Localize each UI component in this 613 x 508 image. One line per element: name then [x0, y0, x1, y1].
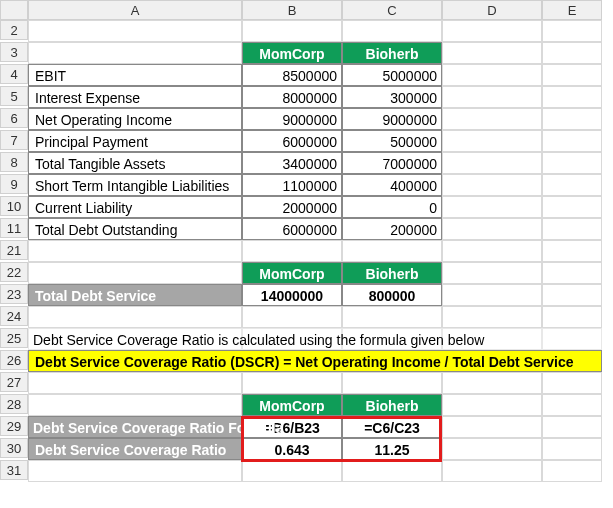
cell[interactable]: [442, 130, 542, 152]
data-cell[interactable]: 8000000: [242, 86, 342, 108]
cell[interactable]: [542, 108, 602, 130]
row-header[interactable]: 25: [0, 328, 28, 348]
cell[interactable]: [342, 460, 442, 482]
col-header-a[interactable]: A: [28, 0, 242, 20]
table2-header-momcorp[interactable]: MomCorp: [242, 262, 342, 284]
row-header[interactable]: 9: [0, 174, 28, 194]
cell[interactable]: [542, 328, 602, 350]
cell[interactable]: [442, 86, 542, 108]
row-header[interactable]: 5: [0, 86, 28, 106]
row-header[interactable]: 8: [0, 152, 28, 172]
cell[interactable]: [442, 438, 542, 460]
data-cell[interactable]: 3400000: [242, 152, 342, 174]
cell[interactable]: [442, 460, 542, 482]
cell[interactable]: [442, 218, 542, 240]
cell[interactable]: [542, 64, 602, 86]
table3-header-bioherb[interactable]: Bioherb: [342, 394, 442, 416]
data-cell[interactable]: 9000000: [342, 108, 442, 130]
cell[interactable]: [542, 196, 602, 218]
cell[interactable]: [542, 20, 602, 42]
cell[interactable]: [442, 394, 542, 416]
cell[interactable]: [242, 372, 342, 394]
cell[interactable]: [442, 174, 542, 196]
col-header-c[interactable]: C: [342, 0, 442, 20]
cell[interactable]: [442, 64, 542, 86]
data-cell[interactable]: 1100000: [242, 174, 342, 196]
cell[interactable]: [542, 284, 602, 306]
cell[interactable]: [242, 240, 342, 262]
row-header[interactable]: 24: [0, 306, 28, 326]
cell[interactable]: [442, 240, 542, 262]
cell[interactable]: [542, 262, 602, 284]
cell[interactable]: [542, 372, 602, 394]
cell[interactable]: [28, 42, 242, 64]
cell[interactable]: [28, 262, 242, 284]
total-debt-service-label[interactable]: Total Debt Service: [28, 284, 242, 306]
cell[interactable]: [542, 438, 602, 460]
cell[interactable]: [442, 262, 542, 284]
row-label[interactable]: Short Term Intangible Liabilities: [28, 174, 242, 196]
data-cell[interactable]: 0: [342, 196, 442, 218]
cell[interactable]: [342, 240, 442, 262]
cell[interactable]: [542, 416, 602, 438]
cell[interactable]: [28, 394, 242, 416]
table1-header-momcorp[interactable]: MomCorp: [242, 42, 342, 64]
data-cell[interactable]: 200000: [342, 218, 442, 240]
row-header[interactable]: 2: [0, 20, 28, 40]
cell[interactable]: [442, 372, 542, 394]
row-header[interactable]: 27: [0, 372, 28, 392]
cell[interactable]: [28, 460, 242, 482]
row-header[interactable]: 26: [0, 350, 28, 370]
row-label[interactable]: EBIT: [28, 64, 242, 86]
row-header[interactable]: 4: [0, 64, 28, 84]
cell[interactable]: [442, 416, 542, 438]
spreadsheet-grid[interactable]: A B C D E 2 3 MomCorp Bioherb 4 EBIT 850…: [0, 0, 613, 482]
row-header[interactable]: 23: [0, 284, 28, 304]
row-header[interactable]: 28: [0, 394, 28, 414]
cell[interactable]: [342, 20, 442, 42]
dscr-result-b[interactable]: 0.643: [242, 438, 342, 460]
cell[interactable]: [442, 42, 542, 64]
row-header[interactable]: 31: [0, 460, 28, 480]
cell[interactable]: [542, 218, 602, 240]
cell[interactable]: [442, 108, 542, 130]
data-cell[interactable]: 9000000: [242, 108, 342, 130]
cell[interactable]: [442, 306, 542, 328]
cell[interactable]: [542, 86, 602, 108]
row-label[interactable]: Principal Payment: [28, 130, 242, 152]
cell[interactable]: [242, 306, 342, 328]
cell[interactable]: [542, 174, 602, 196]
data-cell[interactable]: 6000000: [242, 130, 342, 152]
row-header[interactable]: 7: [0, 130, 28, 150]
total-debt-service-b[interactable]: 14000000: [242, 284, 342, 306]
row-label[interactable]: Current Liability: [28, 196, 242, 218]
dscr-result-c[interactable]: 11.25: [342, 438, 442, 460]
data-cell[interactable]: 8500000: [242, 64, 342, 86]
total-debt-service-c[interactable]: 800000: [342, 284, 442, 306]
row-label[interactable]: Interest Expense: [28, 86, 242, 108]
row-header[interactable]: 3: [0, 42, 28, 62]
row-header[interactable]: 10: [0, 196, 28, 216]
table1-header-bioherb[interactable]: Bioherb: [342, 42, 442, 64]
row-header[interactable]: 21: [0, 240, 28, 260]
row-header[interactable]: 22: [0, 262, 28, 282]
cell[interactable]: [28, 306, 242, 328]
cell[interactable]: [542, 130, 602, 152]
cell[interactable]: [442, 20, 542, 42]
cell[interactable]: [442, 196, 542, 218]
row-label[interactable]: Net Operating Income: [28, 108, 242, 130]
col-header-e[interactable]: E: [542, 0, 602, 20]
cell[interactable]: [28, 20, 242, 42]
dscr-formula-label[interactable]: Debt Service Coverage Ratio Formula: [28, 416, 242, 438]
data-cell[interactable]: 2000000: [242, 196, 342, 218]
row-label[interactable]: Total Tangible Assets: [28, 152, 242, 174]
cell[interactable]: [542, 152, 602, 174]
cell[interactable]: [342, 306, 442, 328]
data-cell[interactable]: 7000000: [342, 152, 442, 174]
data-cell[interactable]: 400000: [342, 174, 442, 196]
cell[interactable]: [242, 460, 342, 482]
table2-header-bioherb[interactable]: Bioherb: [342, 262, 442, 284]
cell[interactable]: [542, 460, 602, 482]
col-header-d[interactable]: D: [442, 0, 542, 20]
data-cell[interactable]: 6000000: [242, 218, 342, 240]
